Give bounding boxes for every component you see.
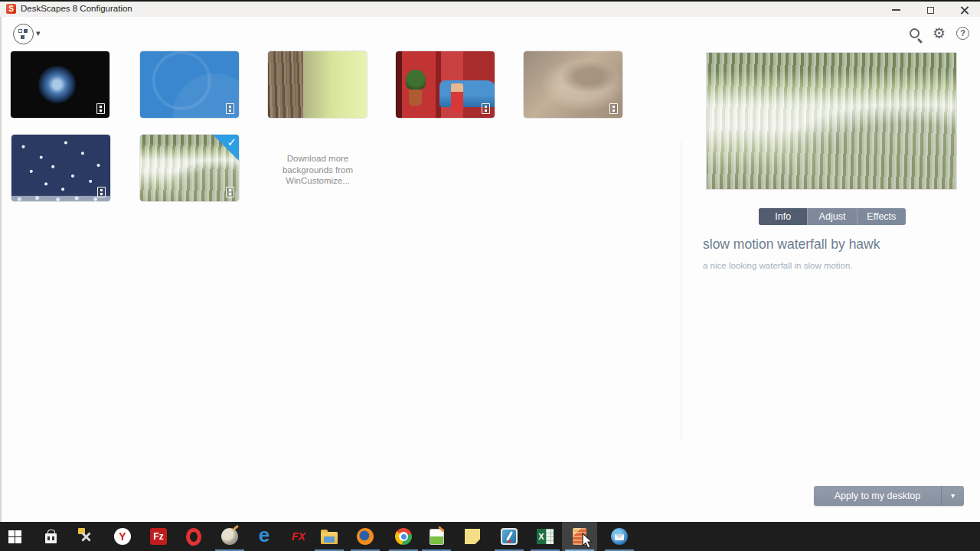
windows-logo-icon	[8, 530, 21, 543]
sticky-note-icon	[465, 529, 480, 544]
film-badge-icon	[226, 103, 234, 114]
taskbar-image-editor[interactable]	[419, 522, 454, 551]
layout-icon	[18, 29, 22, 33]
taskbar-flash-player[interactable]	[492, 522, 527, 551]
thunderbird-icon	[611, 528, 628, 545]
flash-player-icon	[501, 528, 518, 545]
taskbar-chrome[interactable]	[386, 522, 421, 551]
taskbar-edge[interactable]: e	[247, 522, 282, 551]
taskbar-firefox[interactable]	[348, 522, 383, 551]
close-icon	[960, 5, 969, 15]
preview-image-waterfall	[706, 52, 957, 190]
taskbar-filezilla[interactable]: Fz	[141, 522, 176, 551]
taskbar-opera[interactable]	[176, 522, 211, 551]
checkmark-icon: ✓	[227, 135, 237, 149]
apply-button-label: Apply to my desktop	[814, 486, 941, 506]
yandex-icon: Y	[114, 528, 131, 545]
help-icon[interactable]: ?	[956, 27, 969, 40]
background-description: a nice looking waterfall in slow motion.	[703, 261, 853, 270]
store-bag-icon	[45, 533, 57, 543]
film-badge-icon	[482, 103, 490, 114]
thumbnail-water-ripples[interactable]	[524, 51, 622, 118]
film-badge-icon	[96, 103, 105, 114]
background-title: slow motion waterfall by hawk	[703, 236, 880, 253]
close-button[interactable]	[952, 2, 978, 18]
tab-effects[interactable]: Effects	[858, 208, 906, 225]
globe-paint-icon	[221, 528, 238, 545]
apply-dropdown-caret[interactable]: ▾	[941, 486, 964, 506]
detail-tabbar: Info Adjust Effects	[759, 208, 906, 225]
firefox-icon	[357, 528, 374, 545]
thumbnail-tree-bark[interactable]	[268, 51, 367, 118]
edge-icon: e	[259, 527, 270, 543]
stardock-logo-icon: S	[6, 4, 16, 14]
opera-icon	[186, 528, 201, 546]
image-editor-icon	[430, 529, 444, 545]
taskbar-globe-paint[interactable]	[212, 522, 247, 551]
taskbar-sticky-notes[interactable]	[455, 522, 490, 551]
frame-left-edge	[0, 2, 2, 522]
thumbnail-blue-circle[interactable]	[140, 51, 239, 118]
tab-info[interactable]: Info	[759, 208, 808, 225]
start-button[interactable]	[0, 522, 32, 551]
film-badge-icon	[97, 187, 106, 197]
tab-adjust[interactable]: Adjust	[808, 208, 857, 225]
thumbnail-waterfall-selected[interactable]: ✓	[140, 135, 239, 201]
excel-icon	[537, 529, 554, 544]
taskbar-thunderbird[interactable]	[602, 522, 637, 551]
maximize-button[interactable]	[917, 2, 943, 18]
search-icon[interactable]	[910, 28, 920, 38]
taskbar: Y Fz e FX IND 6:40 25/09/2016	[0, 522, 980, 551]
taskbar-system-tools[interactable]	[68, 522, 103, 551]
filezilla-icon: Fz	[150, 528, 167, 545]
layout-dropdown-caret[interactable]: ▾	[36, 28, 41, 38]
thumbnail-rotating-earth[interactable]	[11, 51, 109, 118]
restore-icon	[927, 7, 934, 14]
minimize-icon	[892, 9, 900, 11]
mouse-cursor	[580, 533, 596, 549]
titlebar: S DeskScapes 8 Configuration	[0, 2, 980, 17]
view-layout-button[interactable]	[13, 24, 34, 44]
folder-icon	[321, 532, 338, 544]
apply-button[interactable]: Apply to my desktop ▾	[814, 486, 964, 506]
taskbar-file-explorer[interactable]	[312, 522, 347, 551]
minimize-button[interactable]	[883, 2, 909, 18]
window-title: DeskScapes 8 Configuration	[21, 4, 132, 13]
film-badge-icon	[609, 103, 618, 114]
thumbnail-night-snow[interactable]	[11, 135, 110, 201]
settings-gear-icon[interactable]: ⚙	[933, 26, 946, 41]
fx-icon: FX	[292, 530, 305, 543]
film-badge-icon	[226, 187, 234, 197]
taskbar-excel[interactable]	[528, 522, 563, 551]
taskbar-yandex[interactable]: Y	[105, 522, 140, 551]
chrome-icon	[395, 528, 412, 545]
film-badge-icon	[354, 103, 362, 114]
wrench-tools-icon	[77, 528, 94, 545]
deskscapes-window: S DeskScapes 8 Configuration ▾ ⚙ ? ✓ Dow…	[0, 0, 980, 551]
taskbar-windows-store[interactable]	[33, 522, 68, 551]
thumbnail-havana-street[interactable]	[396, 51, 495, 118]
panel-separator	[681, 142, 681, 440]
download-more-link[interactable]: Download more backgrounds from WinCustom…	[266, 153, 369, 187]
